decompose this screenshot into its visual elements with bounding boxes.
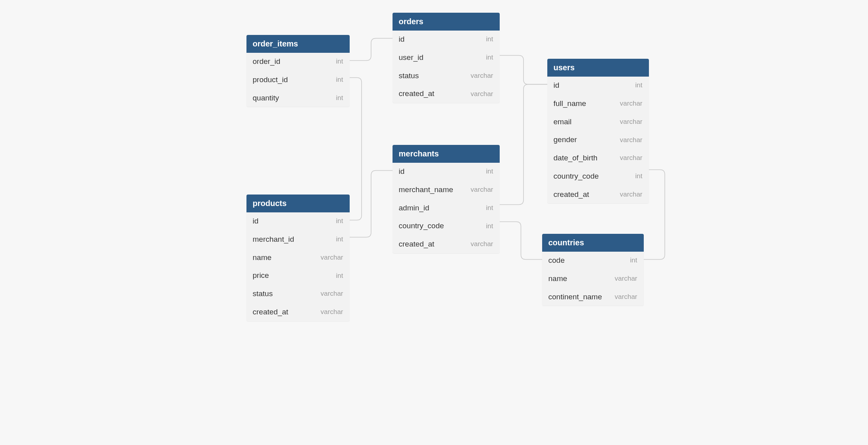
column-row[interactable]: created_atvarchar [547,185,649,204]
column-type: int [486,53,493,62]
table-merchants[interactable]: merchantsidintmerchant_namevarcharadmin_… [393,145,500,253]
column-row[interactable]: order_idint [246,53,350,71]
column-row[interactable]: admin_idint [393,199,500,217]
column-name: created_at [554,190,589,199]
column-type: int [486,167,493,175]
column-type: int [635,81,643,89]
column-name: created_at [253,307,289,317]
column-name: created_at [399,89,435,98]
column-name: country_code [399,221,444,231]
column-name: status [399,71,419,81]
table-users[interactable]: usersidintfull_namevarcharemailvarcharge… [547,59,649,203]
column-type: varchar [321,253,343,262]
column-row[interactable]: statusvarchar [393,67,500,85]
table-products[interactable]: productsidintmerchant_idintnamevarcharpr… [246,195,350,321]
table-header[interactable]: orders [393,13,500,31]
column-type: varchar [620,118,643,126]
column-type: varchar [471,240,493,248]
column-row[interactable]: namevarchar [246,249,350,267]
table-countries[interactable]: countriescodeintnamevarcharcontinent_nam… [542,234,644,306]
column-row[interactable]: product_idint [246,71,350,89]
table-order_items[interactable]: order_itemsorder_idintproduct_idintquant… [246,35,350,107]
column-name: status [253,289,273,299]
table-header[interactable]: countries [542,234,644,252]
table-header[interactable]: products [246,195,350,212]
column-type: int [336,235,343,243]
column-name: order_id [253,57,281,66]
column-row[interactable]: merchant_idint [246,230,350,249]
column-name: id [253,216,259,226]
column-type: int [336,57,343,65]
column-row[interactable]: created_atvarchar [246,303,350,321]
column-row[interactable]: idint [393,163,500,181]
column-type: varchar [471,90,493,98]
column-type: int [336,217,343,225]
column-name: merchant_name [399,185,453,195]
relation-order_items-order_id-to-orders-id [350,39,393,61]
column-name: product_id [253,75,288,85]
column-row[interactable]: full_namevarchar [547,94,649,113]
column-row[interactable]: date_of_birthvarchar [547,149,649,167]
column-name: id [554,81,560,90]
column-row[interactable]: merchant_namevarchar [393,181,500,199]
column-type: int [486,204,493,212]
column-type: varchar [615,274,637,283]
column-row[interactable]: statusvarchar [246,285,350,303]
column-row[interactable]: idint [393,31,500,48]
column-name: gender [554,135,577,144]
column-name: id [399,167,405,176]
column-type: int [486,222,493,230]
column-row[interactable]: quantityint [246,89,350,107]
column-row[interactable]: gendervarchar [547,131,649,149]
relation-merchants-country_code-to-countries-code [500,222,542,260]
column-name: country_code [554,171,599,181]
column-type: varchar [321,289,343,298]
column-row[interactable]: user_idint [393,48,500,67]
column-row[interactable]: codeint [542,252,644,270]
table-header[interactable]: merchants [393,145,500,163]
column-name: name [253,253,272,262]
column-type: int [635,172,643,180]
column-name: user_id [399,53,423,62]
column-type: int [336,75,343,84]
column-name: quantity [253,93,279,103]
column-row[interactable]: created_atvarchar [393,85,500,103]
column-type: varchar [615,293,637,301]
column-name: id [399,35,405,44]
column-row[interactable]: priceint [246,266,350,285]
relation-merchants-admin_id-to-users-id [500,85,547,205]
column-name: created_at [399,239,435,249]
column-type: int [336,272,343,280]
table-orders[interactable]: ordersidintuser_idintstatusvarcharcreate… [393,13,500,103]
table-header[interactable]: users [547,59,649,77]
column-row[interactable]: created_atvarchar [393,235,500,253]
column-type: int [486,35,493,43]
column-name: continent_name [549,292,602,302]
column-name: email [554,117,572,127]
column-row[interactable]: emailvarchar [547,113,649,131]
column-type: int [630,256,637,264]
column-name: admin_id [399,203,429,213]
erd-canvas[interactable]: order_itemsorder_idintproduct_idintquant… [144,0,724,326]
column-name: price [253,271,269,280]
column-row[interactable]: continent_namevarchar [542,288,644,306]
column-row[interactable]: country_codeint [547,167,649,185]
relation-products-merchant_id-to-merchants-id [350,171,393,237]
column-row[interactable]: idint [547,77,649,94]
column-name: date_of_birth [554,153,598,163]
column-row[interactable]: namevarchar [542,270,644,288]
column-name: code [549,256,565,265]
column-row[interactable]: country_codeint [393,217,500,235]
column-type: varchar [471,185,493,194]
column-type: varchar [620,154,643,162]
relation-orders-user_id-to-users-id [500,56,547,85]
column-name: full_name [554,99,586,108]
column-type: varchar [620,99,643,108]
column-row[interactable]: idint [246,212,350,230]
column-type: varchar [620,136,643,144]
column-type: int [336,94,343,102]
column-type: varchar [471,71,493,80]
column-type: varchar [620,190,643,198]
table-header[interactable]: order_items [246,35,350,53]
relation-order_items-product_id-to-products-id [350,78,362,220]
